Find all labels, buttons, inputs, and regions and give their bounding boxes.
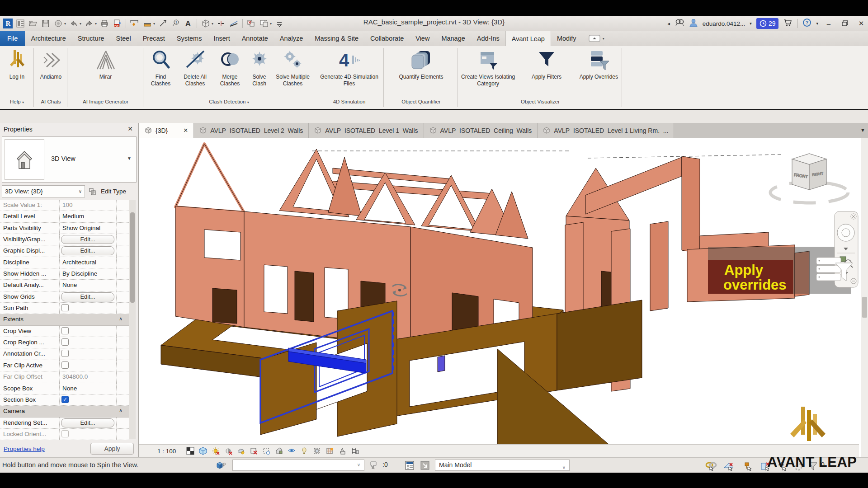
tab-systems[interactable]: Systems — [171, 31, 208, 46]
aligned-dim-icon[interactable] — [142, 19, 152, 28]
open-icon[interactable] — [28, 19, 38, 28]
temporary-hide-icon[interactable] — [287, 447, 296, 455]
group-label-help[interactable]: Help ▾ — [0, 99, 34, 108]
close-hidden-icon[interactable] — [246, 19, 256, 28]
crop-view-icon[interactable] — [249, 447, 258, 455]
section-box-checkbox[interactable]: ✓ — [61, 396, 69, 403]
select-pinned-icon[interactable] — [741, 461, 752, 472]
edit-type-button[interactable]: Edit Type — [89, 186, 138, 197]
visual-style-icon[interactable] — [198, 447, 207, 455]
user-avatar-icon[interactable] — [689, 18, 698, 29]
edit-button[interactable]: Edit... — [61, 235, 114, 244]
reveal-constraints-icon[interactable] — [350, 447, 359, 455]
group-label-clash-detection[interactable]: Clash Detection ▾ — [144, 99, 314, 108]
tab-architecture[interactable]: Architecture — [25, 31, 71, 46]
group-label-ai-image-generator[interactable]: AI Image Generator — [68, 99, 143, 108]
temporary-properties-icon[interactable] — [312, 447, 321, 455]
log-in-button[interactable]: Log In — [3, 47, 31, 80]
apply-button[interactable]: Apply — [90, 443, 134, 455]
sun-path-checkbox[interactable] — [61, 304, 69, 311]
group-label-object-visualizer[interactable]: Object Visualizer — [458, 99, 622, 108]
tab-collaborate[interactable]: Collaborate — [364, 31, 410, 46]
tab-avant-leap[interactable]: Avant Leap — [505, 31, 551, 46]
minimize-button[interactable]: – — [823, 20, 835, 28]
close-button[interactable]: ✕ — [855, 19, 867, 28]
view-tab[interactable]: AVLP_ISOTALED_Ceiling_Walls — [424, 123, 538, 138]
properties-scrollbar[interactable] — [129, 200, 136, 439]
tab-structure[interactable]: Structure — [72, 31, 110, 46]
print-icon[interactable] — [99, 19, 109, 28]
tab-view[interactable]: View — [410, 31, 435, 46]
collapse-icon[interactable]: ∧ — [119, 408, 123, 413]
design-option-combo[interactable]: Main Model∨ — [435, 460, 570, 471]
tab-steel[interactable]: Steel — [110, 31, 137, 46]
collapse-icon[interactable]: ∧ — [119, 316, 123, 322]
restore-button[interactable] — [839, 20, 851, 28]
group-label-object-quantifier[interactable]: Object Quantifier — [384, 99, 458, 108]
analytical-model-icon[interactable] — [325, 447, 334, 455]
shadows-icon[interactable] — [224, 447, 232, 455]
tab-modify[interactable]: Modify — [551, 31, 582, 46]
andiamo-button[interactable]: Andiamo — [35, 47, 67, 80]
tab-analyze[interactable]: Analyze — [274, 31, 309, 46]
revit-app-icon[interactable]: R — [3, 19, 13, 28]
view-tab-3d[interactable]: {3D}✕ — [139, 123, 194, 138]
view-tab[interactable]: AVLP_ISOTALED_Level 2_Walls — [194, 123, 309, 138]
username[interactable]: eduardo.0412... — [703, 20, 745, 27]
save-icon[interactable] — [41, 19, 51, 28]
solve-clash-button[interactable]: Solve Clash — [248, 47, 271, 87]
design-options-icon[interactable] — [404, 460, 415, 471]
far-clip-checkbox[interactable] — [61, 361, 69, 369]
properties-help-link[interactable]: Properties help — [4, 446, 45, 452]
tab-annotate[interactable]: Annotate — [236, 31, 274, 46]
tab-massing-site[interactable]: Massing & Site — [309, 31, 364, 46]
user-dropdown-icon[interactable]: ▾ — [750, 21, 752, 26]
tab-add-ins[interactable]: Add-Ins — [471, 31, 505, 46]
detail-level-icon[interactable] — [186, 447, 194, 455]
scale-control[interactable]: 1 : 100 — [157, 448, 176, 455]
switch-windows-icon[interactable] — [259, 19, 269, 28]
measure-icon[interactable] — [130, 19, 140, 28]
crop-region-checkbox[interactable] — [61, 338, 69, 346]
export-pdf-icon[interactable]: PDF — [112, 19, 122, 28]
select-links-icon[interactable] — [705, 461, 716, 472]
search-icon[interactable] — [675, 18, 684, 29]
viewport-scrollbar[interactable] — [861, 138, 868, 457]
tag-icon[interactable]: 1 — [170, 19, 180, 28]
qat-customize-icon[interactable] — [274, 19, 284, 28]
thin-lines-icon[interactable] — [229, 19, 239, 28]
tab-manage[interactable]: Manage — [435, 31, 471, 46]
main-model-icon[interactable] — [420, 460, 430, 471]
text-icon[interactable]: A — [183, 19, 193, 28]
crop-view-checkbox[interactable] — [61, 327, 69, 334]
view-instance-combo[interactable]: 3D View: {3D}∨ — [2, 185, 85, 197]
solve-multiple-clashes-button[interactable]: Solve Multiple Clashes — [274, 47, 312, 87]
help-dropdown-icon[interactable]: ▾ — [816, 21, 818, 26]
apply-filters-button[interactable]: Apply Filters — [527, 47, 566, 80]
delete-all-clashes-button[interactable]: Delete All Clashes — [178, 47, 212, 87]
edit-button[interactable]: Edit... — [61, 292, 114, 301]
select-underlay-icon[interactable] — [723, 461, 734, 472]
edit-button[interactable]: Edit... — [61, 246, 114, 255]
unlock-view-icon[interactable] — [274, 447, 283, 455]
type-dropdown-icon[interactable]: ▼ — [127, 156, 132, 161]
redo-icon[interactable] — [84, 19, 94, 28]
help-icon[interactable]: ? — [802, 18, 811, 29]
view-tab[interactable]: AVLP_ISOTALED_Level 1 Living Rm._... — [538, 123, 674, 138]
group-label-4d-simulation[interactable]: 4D Simulation — [315, 99, 384, 108]
tab-insert[interactable]: Insert — [208, 31, 236, 46]
quantify-elements-button[interactable]: Quantify Elements — [387, 47, 455, 80]
find-clashes-button[interactable]: Find Clashes — [146, 47, 175, 87]
view-tab[interactable]: AVLP_ISOTALED_Level 1_Walls — [309, 123, 424, 138]
edit-button[interactable]: Edit... — [61, 418, 114, 427]
model-line-icon[interactable] — [158, 19, 168, 28]
properties-close-icon[interactable]: ✕ — [127, 125, 133, 132]
worksets-icon[interactable] — [215, 460, 226, 471]
default-3d-view-icon[interactable] — [201, 19, 211, 28]
section-icon[interactable] — [216, 19, 226, 28]
mirar-button[interactable]: Mirar — [85, 47, 126, 80]
close-view-icon[interactable]: ✕ — [183, 127, 188, 134]
ui-list-icon[interactable] — [15, 19, 25, 28]
timer-badge[interactable]: 29 — [756, 18, 779, 29]
view-tab-list-icon[interactable]: ▼ — [860, 127, 865, 133]
